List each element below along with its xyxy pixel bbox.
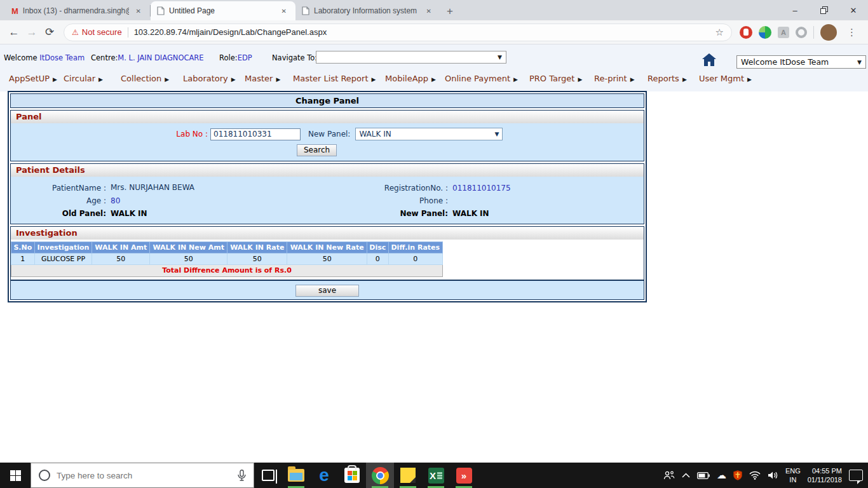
taskbar-sticky-notes[interactable] xyxy=(394,463,422,488)
welcome-label: Welcome xyxy=(4,53,37,62)
bookmark-star-icon[interactable]: ☆ xyxy=(715,27,724,38)
profile-avatar[interactable] xyxy=(820,24,837,41)
cell-investigation: GLUCOSE PP xyxy=(34,254,92,265)
forward-button[interactable]: → xyxy=(23,24,41,41)
hidden-icons-chevron-icon[interactable] xyxy=(682,473,690,478)
restore-button[interactable] xyxy=(810,0,839,20)
menu-online-payment[interactable]: Online Payment▶ xyxy=(445,74,518,83)
minimize-button[interactable]: – xyxy=(780,0,810,20)
refresh-button[interactable]: ⟳ xyxy=(41,24,58,41)
restore-icon xyxy=(820,6,828,14)
age-value: 80 xyxy=(111,196,120,205)
onedrive-cloud-icon[interactable]: ☁ xyxy=(717,470,726,481)
navigate-to-label: Navigate To: xyxy=(272,53,317,62)
menu-pro-target[interactable]: PRO Target▶ xyxy=(529,74,582,83)
action-center-icon[interactable] xyxy=(849,470,863,481)
col-investigation: Investigation xyxy=(34,242,92,254)
submenu-arrow-icon: ▶ xyxy=(578,76,582,83)
menu-appsetup[interactable]: AppSetUP▶ xyxy=(9,74,57,83)
taskbar-clock[interactable]: 04:55 PM 01/11/2018 xyxy=(808,466,842,485)
tab-close-icon[interactable]: ✕ xyxy=(279,6,289,16)
menu-master[interactable]: Master▶ xyxy=(245,74,280,83)
taskbar-chrome[interactable] xyxy=(366,463,394,488)
chrome-icon xyxy=(372,467,389,484)
url-text[interactable]: 103.220.89.74/mljain/Design/Lab/ChangePa… xyxy=(134,27,715,37)
old-panel-value: WALK IN xyxy=(111,209,147,218)
not-secure-label[interactable]: Not secure xyxy=(82,27,122,37)
chevron-down-icon: ▼ xyxy=(494,131,499,137)
volume-icon[interactable] xyxy=(768,471,778,480)
address-bar[interactable]: ⚠ Not secure 103.220.89.74/mljain/Design… xyxy=(64,24,732,41)
table-header-row: S.No Investigation WALK IN Amt WALK IN N… xyxy=(11,242,443,254)
tab-title: Laboratory Information system xyxy=(314,6,419,15)
lab-no-input[interactable] xyxy=(210,128,301,140)
wifi-icon[interactable] xyxy=(749,471,761,480)
language-indicator[interactable]: ENG IN xyxy=(785,466,801,485)
main-menu-bar: AppSetUP▶ Circular▶ Collection▶ Laborato… xyxy=(0,69,868,92)
centre-label: Centre: xyxy=(91,53,118,62)
home-button[interactable] xyxy=(702,53,717,69)
tab-close-icon[interactable]: ✕ xyxy=(424,6,434,16)
adblock-extension-icon[interactable] xyxy=(740,26,752,39)
taskbar-file-explorer[interactable] xyxy=(282,463,310,488)
cell-walkin-amt: 50 xyxy=(92,254,150,265)
battery-icon[interactable] xyxy=(697,472,710,479)
role-label: Role: xyxy=(219,53,238,62)
screen: M Inbox (13) - dharmendra.singh@ ✕ Untit… xyxy=(0,0,868,488)
patient-details-body: PatientName : Mrs. NURJAHAN BEWA Registr… xyxy=(11,177,644,224)
tab-untitled-page-active[interactable]: Untitled Page ✕ xyxy=(151,1,295,20)
tab-laboratory-information-system[interactable]: Laboratory Information system ✕ xyxy=(295,1,440,20)
extension-icon[interactable] xyxy=(796,27,807,38)
menu-reports[interactable]: Reports▶ xyxy=(648,74,687,83)
taskbar-red-app[interactable]: » xyxy=(450,463,478,488)
new-panel-value: WALK IN xyxy=(359,130,391,139)
microphone-icon[interactable] xyxy=(238,470,246,481)
user-dropdown[interactable]: Welcome ItDose Team ▼ xyxy=(736,55,866,69)
taskbar-search-input[interactable] xyxy=(57,471,231,480)
not-secure-warning-icon[interactable]: ⚠ xyxy=(72,28,79,37)
excel-icon: X xyxy=(428,468,444,484)
save-button[interactable]: save xyxy=(295,285,359,297)
menu-user-mgmt[interactable]: User Mgmt▶ xyxy=(699,74,752,83)
search-button[interactable]: Search xyxy=(297,144,337,156)
taskbar-search-box[interactable] xyxy=(31,463,254,488)
taskbar-edge[interactable]: e xyxy=(310,463,338,488)
menu-label: MobileApp xyxy=(385,74,428,83)
menu-label: Re-print xyxy=(594,74,627,83)
cell-walkin-new-rate: 50 xyxy=(287,254,367,265)
chrome-menu-icon[interactable]: ⋮ xyxy=(843,27,860,38)
new-panel-select[interactable]: WALK IN ▼ xyxy=(355,128,503,140)
extensions-area: A ⋮ xyxy=(740,24,860,41)
menu-circular[interactable]: Circular▶ xyxy=(64,74,103,83)
new-tab-button[interactable]: + xyxy=(440,5,461,20)
idm-extension-icon[interactable] xyxy=(759,26,771,39)
submenu-arrow-icon: ▶ xyxy=(747,76,752,83)
menu-master-list-report[interactable]: Master List Report▶ xyxy=(293,74,376,83)
submenu-arrow-icon: ▶ xyxy=(682,76,687,83)
new-panel-label: New Panel: xyxy=(308,130,350,139)
menu-label: AppSetUP xyxy=(9,74,50,83)
chevron-down-icon: ▼ xyxy=(498,54,502,60)
taskbar-store[interactable] xyxy=(338,463,366,488)
task-view-button[interactable] xyxy=(254,463,282,488)
tab-gmail[interactable]: M Inbox (13) - dharmendra.singh@ ✕ xyxy=(5,1,150,20)
cell-disc: 0 xyxy=(367,254,388,265)
taskbar-excel[interactable]: X xyxy=(422,463,450,488)
file-explorer-icon xyxy=(288,469,304,482)
tab-close-icon[interactable]: ✕ xyxy=(133,6,144,16)
antivirus-shield-icon[interactable] xyxy=(733,470,742,480)
submenu-arrow-icon: ▶ xyxy=(431,76,436,83)
back-button[interactable]: ← xyxy=(5,24,23,41)
start-button[interactable] xyxy=(0,463,31,488)
close-button[interactable]: ✕ xyxy=(839,0,868,20)
investigation-body: S.No Investigation WALK IN Amt WALK IN N… xyxy=(11,241,644,299)
menu-reprint[interactable]: Re-print▶ xyxy=(594,74,635,83)
adobe-extension-icon[interactable]: A xyxy=(778,27,789,38)
logged-in-user[interactable]: ItDose Team xyxy=(39,53,85,62)
clock-date: 01/11/2018 xyxy=(808,475,842,484)
menu-laboratory[interactable]: Laboratory▶ xyxy=(183,74,236,83)
people-icon[interactable] xyxy=(663,471,675,480)
navigate-to-select[interactable]: ▼ xyxy=(316,51,506,64)
menu-collection[interactable]: Collection▶ xyxy=(121,74,169,83)
menu-mobileapp[interactable]: MobileApp▶ xyxy=(385,74,436,83)
